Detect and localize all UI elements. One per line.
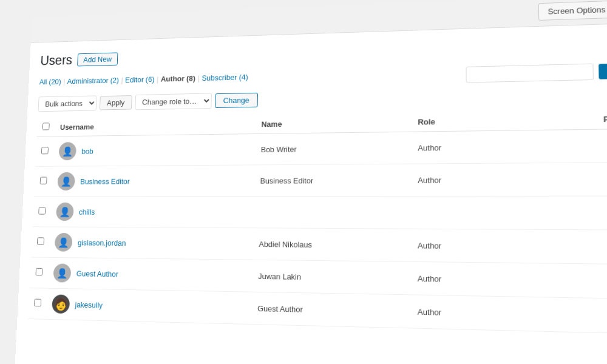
users-table: Username Name Role Posts 8 items [28, 108, 607, 335]
posts-cell: 0 [498, 129, 607, 164]
username-link[interactable]: Guest Author [76, 269, 119, 278]
user-cell: 👤 chills [56, 203, 248, 222]
row-checkbox[interactable] [40, 177, 47, 184]
table-row: 👤 Business Editor Business Editor Author… [34, 162, 607, 197]
select-all-checkbox[interactable] [42, 123, 50, 130]
avatar: 👤 [57, 172, 75, 190]
name-cell: Guest Author [251, 292, 411, 328]
user-cell: 👤 gislason.jordan [55, 233, 248, 254]
role-cell: Author [412, 130, 498, 164]
avatar: 👤 [55, 233, 73, 252]
bulk-actions-select[interactable]: Bulk actions [38, 95, 97, 112]
role-cell: Author [412, 163, 499, 196]
avatar: 👤 [56, 203, 74, 221]
row-checkbox[interactable] [35, 268, 42, 276]
user-cell: 👤 bob [58, 140, 249, 161]
screen-options-button[interactable]: Screen Options ▾ [538, 0, 607, 21]
row-checkbox[interactable] [34, 299, 41, 307]
username-link[interactable]: bob [81, 147, 93, 155]
role-cell: Author [411, 261, 499, 296]
name-cell: Juwan Lakin [252, 260, 411, 295]
page-title: Users [40, 53, 72, 69]
role-cell: Author [411, 229, 499, 263]
filter-subscriber[interactable]: Subscriber (4) [202, 73, 248, 83]
username-link[interactable]: jakesully [75, 300, 103, 309]
page-title-row: Users Add New [40, 35, 607, 69]
filter-links: All (20) | Administrator (2) | Editor (6… [39, 73, 248, 86]
avatar: 👤 [58, 142, 76, 160]
role-cell: Author [411, 295, 500, 331]
search-users-button[interactable]: Search Users [599, 62, 607, 79]
filter-all[interactable]: All (20) [39, 77, 62, 86]
posts-cell: 83 [498, 162, 607, 196]
avatar: 🧑 [52, 294, 70, 314]
user-cell: 👤 Business Editor [57, 171, 249, 190]
change-button[interactable]: Change [214, 93, 258, 108]
row-checkbox[interactable] [38, 207, 46, 214]
apply-button[interactable]: Apply [100, 95, 132, 110]
change-role-select[interactable]: Change role to… [135, 93, 212, 110]
username-link[interactable]: gislason.jordan [78, 238, 126, 247]
filter-administrator[interactable]: Administrator (2) [67, 76, 119, 86]
search-input[interactable] [466, 64, 594, 83]
user-cell: 👤 Guest Author [53, 264, 246, 286]
col-posts: Posts 8 items [498, 108, 607, 131]
table-row: 👤 chills [32, 196, 607, 230]
avatar: 👤 [53, 264, 71, 283]
posts-cell [498, 196, 607, 230]
col-username: Username [54, 115, 256, 136]
username-link[interactable]: Business Editor [80, 177, 130, 186]
search-area: Search Users [466, 61, 607, 83]
name-cell: Abdiel Nikolaus [253, 228, 411, 262]
row-checkbox[interactable] [41, 147, 49, 154]
screen-options-label: Screen Options [548, 5, 605, 16]
add-new-button[interactable]: Add New [77, 52, 118, 66]
filter-author[interactable]: Author (8) [161, 74, 195, 83]
username-link[interactable]: chills [79, 207, 95, 216]
name-cell: Bob Writer [255, 132, 412, 165]
posts-cell: 0 [499, 263, 607, 300]
user-cell: 🧑 jakesully [52, 294, 246, 317]
posts-cell: 0 [499, 229, 607, 265]
filter-editor[interactable]: Editor (6) [125, 75, 155, 84]
col-role: Role [412, 111, 498, 132]
row-checkbox[interactable] [37, 237, 44, 244]
name-cell [253, 196, 411, 229]
posts-cell: 0 [500, 297, 607, 335]
col-name: Name [256, 112, 412, 134]
content-area: Users Add New All (20) | Administrator (… [17, 22, 607, 335]
role-cell [412, 196, 499, 229]
name-cell: Business Editor [254, 164, 411, 197]
